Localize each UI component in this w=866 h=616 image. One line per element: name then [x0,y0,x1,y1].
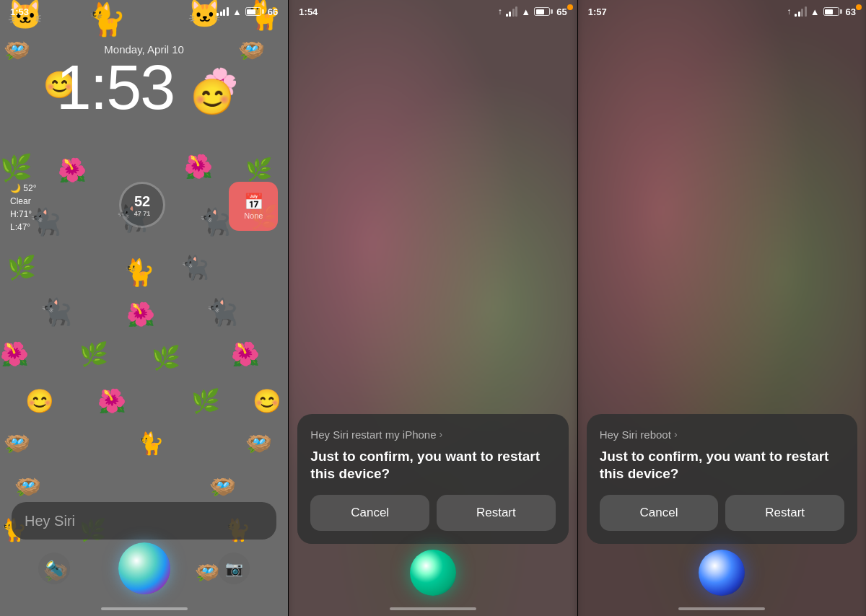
emoji-sun3: 😊 [25,390,54,413]
weather-line1: 🌙 52° [10,182,37,195]
battery-icon-3 [823,7,842,16]
home-indicator-1 [101,607,188,610]
restart-button-2[interactable]: Restart [437,495,556,531]
arrow-icon-2: ↑ [498,6,502,17]
emoji-nest6: 🪺 [209,476,236,498]
siri-prompt-text: Hey Siri [25,513,75,529]
battery-level-3: 63 [846,6,856,17]
battery-level-1: 66 [268,6,278,17]
siri-query-text-3: Hey Siri reboot [600,428,671,441]
moon-icon: 🌙 [10,183,21,193]
steps-circle: 52 47 71 [119,182,165,228]
emoji-blackcat3: 🐈‍⬛ [198,209,231,235]
weather-high: H:71° [10,208,37,221]
siri-confirm-card-3: Hey Siri reboot › Just to confirm, you w… [587,414,857,544]
siri-confirm-card-2: Hey Siri restart my iPhone › Just to con… [297,414,568,544]
wifi-icon-3: ▲ [810,6,820,17]
status-time-2: 1:54 [299,6,318,17]
signal-icon-2 [506,6,518,17]
emoji-flower2: 🌺 [184,155,213,178]
bar2 [220,12,222,16]
weather-low: L:47° [10,221,37,234]
wifi-icon-2: ▲ [521,6,530,17]
battery-level-2: 65 [556,6,567,17]
restart-button-3[interactable]: Restart [725,495,844,531]
emoji-hop1: 🌿 [0,155,32,181]
status-bar-2: 1:54 ↑ ▲ 65 [289,0,577,20]
date-time-block: Monday, April 10 1:53 😊 [0,43,288,119]
chevron-icon-2: › [439,428,443,440]
cancel-label-2: Cancel [351,506,389,520]
emoji-hop6: 🌿 [152,346,180,369]
siri-action-buttons-3: Cancel Restart [600,495,844,531]
calendar-widget: 📅 None [229,182,278,231]
orange-dot-2 [567,4,573,10]
wifi-icon-1: ▲ [232,6,242,17]
siri-confirm-text-3: Just to confirm, you want to restart thi… [600,448,844,483]
emoji-flower5: 🌺 [231,343,260,366]
siri-orb[interactable] [118,542,170,594]
panel-2-siri: 1:54 ↑ ▲ 65 Hey Siri restart my iPhone › [289,0,577,616]
siri-prompt-bar[interactable]: Hey Siri [12,502,276,540]
emoji-blackcat4: 🐈‍⬛ [180,256,209,279]
cancel-button-3[interactable]: Cancel [600,495,719,531]
emoji-blackcat6: 🐈‍⬛ [206,299,238,325]
time-face: 😊 [191,77,232,116]
flashlight-button[interactable]: 🔦 [38,553,70,584]
panel-1-lockscreen: 🐱 🐈 🐱 🐈 🪺 🪺 😊 🌸 🌿 🌺 🌺 🌿 🐈‍⬛ 🐈‍⬛ 🐈‍⬛ 🌿 🌿 … [0,0,288,616]
calendar-icon: 📅 [244,193,263,211]
siri-query-text-2: Hey Siri restart my iPhone [310,428,436,441]
date-label: Monday, April 10 [0,43,288,56]
camera-button[interactable]: 📷 [218,553,250,584]
emoji-hop2: 🌿 [245,159,272,180]
emoji-flower3: 🌺 [126,303,155,326]
emoji-flower6: 🌺 [97,390,126,413]
emoji-flower1: 🌺 [58,159,87,182]
siri-orb-3[interactable] [699,550,745,596]
status-bar-1: 1:53 ▲ 66 [0,0,288,20]
siri-action-buttons-2: Cancel Restart [310,495,555,531]
cancel-button-2[interactable]: Cancel [310,495,429,531]
weather-widget: 🌙 52° Clear H:71° L:47° [10,182,37,234]
siri-ball-container-2 [410,550,456,596]
siri-confirm-text-2: Just to confirm, you want to restart thi… [310,448,555,483]
home-indicator-3 [678,607,765,610]
battery-icon-2 [534,7,553,16]
bottom-controls: 🔦 📷 [0,542,288,594]
status-bar-3: 1:57 ↑ ▲ 63 [578,0,866,20]
bar3 [223,9,225,16]
signal-icon-1 [216,7,229,16]
siri-ball-container-3 [699,550,745,596]
emoji-flower4: 🌺 [0,343,29,366]
status-right-1: ▲ 66 [216,6,278,17]
status-right-3: ↑ ▲ 63 [787,6,856,17]
status-time-3: 1:57 [588,6,607,17]
emoji-browncat: 🐈 [123,260,155,286]
siri-query-2: Hey Siri restart my iPhone › [310,428,555,441]
emoji-sun4: 😊 [253,390,281,413]
battery-icon-1 [245,7,264,16]
calendar-none: None [244,211,263,220]
flashlight-icon: 🔦 [45,560,64,577]
cancel-label-3: Cancel [640,506,678,520]
orange-dot-3 [856,4,862,10]
emoji-nest4: 🪺 [245,433,272,454]
emoji-hop7: 🌿 [191,390,220,413]
steps-widget: 52 47 71 [119,182,165,228]
emoji-nest5: 🪺 [14,476,41,498]
status-right-2: ↑ ▲ 65 [498,6,567,17]
steps-count: 52 [134,193,150,210]
camera-icon: 📷 [225,560,243,577]
weather-condition: Clear [10,195,37,208]
arrow-icon-3: ↑ [787,6,791,17]
emoji-hop4: 🌿 [7,256,36,279]
siri-orb-2[interactable] [410,550,456,596]
emoji-cat5: 🐈 [137,433,164,454]
time-display: 1:53 😊 [0,56,288,119]
home-indicator-2 [390,607,476,610]
chevron-icon-3: › [674,428,678,440]
emoji-blackcat5: 🐈‍⬛ [40,299,72,325]
status-time-1: 1:53 [10,6,29,17]
restart-label-3: Restart [765,506,805,520]
time-digits: 1:53 [56,51,174,123]
